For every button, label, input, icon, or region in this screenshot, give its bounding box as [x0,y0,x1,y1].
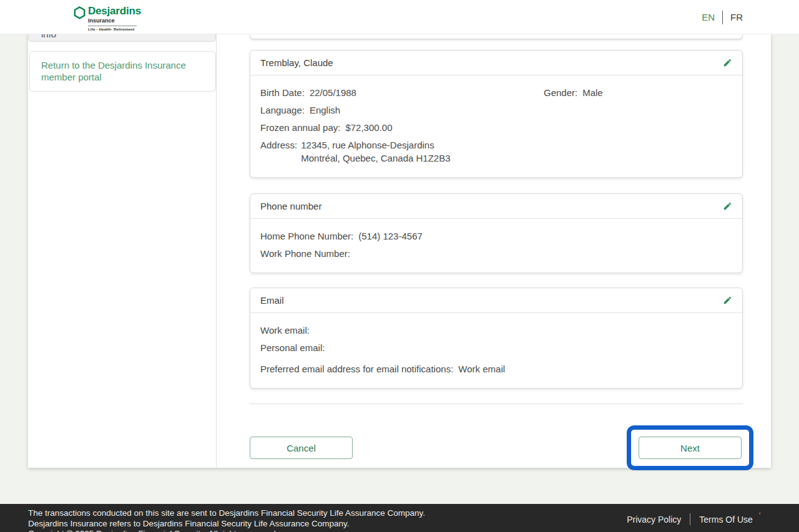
address-value: 12345, rue Alphonse-Desjardins Montréal,… [301,140,450,163]
footer-tick-mark: ' [759,511,760,519]
top-header: Desjardins Insurance Life - Health- Reti… [0,0,799,34]
personal-email-label: Personal email: [260,342,325,353]
footer-line2: Desjardins Insurance refers to Desjardin… [28,519,502,530]
gender-field: Gender: Male [544,87,603,98]
language-switcher: EN FR [702,0,743,34]
preferred-email-row: Preferred email address for email notifi… [260,364,732,374]
address-line1: 12345, rue Alphonse-Desjardins [301,140,450,150]
address-row: Address: 12345, rue Alphonse-Desjardins … [260,140,732,163]
next-button-highlight: Next [627,425,753,470]
sidebar-item-partial-info[interactable]: info ⌃ [28,34,216,42]
preferred-email-field: Preferred email address for email notifi… [260,364,505,374]
email-card: Email Work email: Personal email [250,288,743,389]
language-field: Language: English [260,105,340,115]
logo-text: Desjardins Insurance Life - Health- Reti… [88,5,141,31]
logo-division: Insurance [88,17,141,24]
phone-card-header: Phone number [250,194,742,219]
actions-row: Cancel Next [250,425,743,470]
next-button[interactable]: Next [639,437,742,459]
phone-card: Phone number Home Phone Number: (514) 12… [250,193,743,273]
birth-date-label: Birth Date: [260,87,305,98]
return-portal-link[interactable]: Return to the Desjardins Insurance membe… [41,60,186,82]
email-card-title: Email [260,295,284,306]
frozen-pay-field: Frozen annual pay: $72,300.00 [260,122,393,133]
terms-of-use-link[interactable]: Terms Of Use [699,515,753,525]
footer-links-separator [690,513,690,525]
hexagon-logo-icon [74,6,86,19]
main-content: Tremblay, Claude Birth Date: 22/05/1988 … [217,34,771,468]
work-phone-row: Work Phone Number: [260,248,732,259]
work-phone-label: Work Phone Number: [260,248,350,259]
cancel-button[interactable]: Cancel [250,437,353,459]
personal-info-card-header: Tremblay, Claude [250,51,742,75]
language-value: English [310,105,340,115]
home-phone-row: Home Phone Number: (514) 123-4567 [260,231,732,241]
gender-label: Gender: [544,87,577,98]
gender-value: Male [582,87,603,98]
home-phone-value: (514) 123-4567 [358,231,423,241]
content-panel: info ⌃ Return to the Desjardins Insuranc… [28,34,771,468]
birth-gender-row: Birth Date: 22/05/1988 Gender: Male [260,87,732,98]
footer-links: Privacy Policy Terms Of Use ' [627,513,760,525]
logo-tagline: Life - Health- Retirement [88,27,141,31]
chevron-up-icon: ⌃ [197,34,204,39]
frozen-pay-value: $72,300.00 [345,122,392,133]
frozen-pay-label: Frozen annual pay: [260,122,340,133]
home-phone-label: Home Phone Number: [260,231,353,241]
work-email-field: Work email: [260,325,315,336]
logo-divider-line [88,26,137,26]
phone-card-title: Phone number [260,201,321,211]
work-phone-field: Work Phone Number: [260,248,355,259]
person-name-title: Tremblay, Claude [260,57,333,68]
personal-info-card-body: Birth Date: 22/05/1988 Gender: Male Lang… [250,75,742,177]
desjardins-logo: Desjardins Insurance Life - Health- Reti… [74,5,141,31]
sidebar-item-return-portal[interactable]: Return to the Desjardins Insurance membe… [29,51,216,92]
preferred-email-label: Preferred email address for email notifi… [260,364,453,374]
privacy-policy-link[interactable]: Privacy Policy [627,515,681,525]
personal-info-card: Tremblay, Claude Birth Date: 22/05/1988 … [250,50,743,178]
sidebar-partial-label: info [41,34,56,39]
actions-divider [250,404,743,404]
page: Desjardins Insurance Life - Health- Reti… [0,0,799,532]
personal-email-row: Personal email: [260,342,732,353]
lang-en-button[interactable]: EN [702,12,715,22]
address-label: Address: [260,140,297,163]
work-email-label: Work email: [260,325,310,336]
language-label: Language: [260,105,305,115]
home-phone-field: Home Phone Number: (514) 123-4567 [260,231,423,241]
footer-line3: Copyright © 2025 Desjardins Financial Se… [28,529,502,532]
email-card-header: Email [250,288,742,313]
birth-date-value: 22/05/1988 [310,87,356,98]
logo-brand-name: Desjardins [88,5,141,17]
footer: The transactions conducted on this site … [0,504,799,532]
language-row: Language: English [260,105,732,115]
lang-separator [722,11,723,24]
edit-personal-info-icon[interactable] [723,58,732,67]
work-email-row: Work email: [260,325,732,336]
footer-legal-text: The transactions conducted on this site … [28,508,502,532]
address-line2: Montréal, Quebec, Canada H1Z2B3 [301,153,450,163]
previous-card-partial [250,34,743,39]
edit-email-icon[interactable] [723,296,732,305]
birth-date-field: Birth Date: 22/05/1988 [260,87,544,98]
sidebar: info ⌃ Return to the Desjardins Insuranc… [28,34,217,468]
frozen-pay-row: Frozen annual pay: $72,300.00 [260,122,732,133]
footer-line1: The transactions conducted on this site … [28,508,502,519]
lang-fr-button[interactable]: FR [730,12,743,22]
preferred-email-value: Work email [458,364,505,374]
email-card-body: Work email: Personal email: Preferred em… [250,313,742,388]
personal-email-field: Personal email: [260,342,330,353]
edit-phone-icon[interactable] [723,201,732,211]
phone-card-body: Home Phone Number: (514) 123-4567 Work P… [250,219,742,273]
